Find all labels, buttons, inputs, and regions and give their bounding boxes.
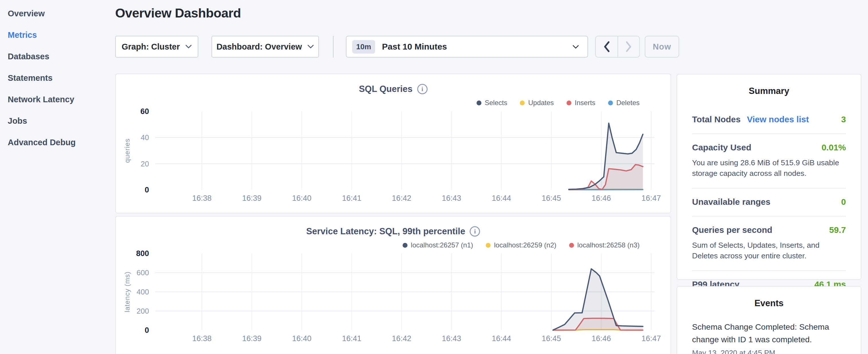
svg-text:16:39: 16:39	[242, 334, 261, 343]
svg-text:16:42: 16:42	[392, 334, 411, 343]
events-panel: Events Schema Change Completed: Schema c…	[677, 286, 861, 354]
event-list-item: Schema Change Completed: Schema change w…	[692, 321, 846, 354]
dashboard-dropdown[interactable]: Dashboard: Overview	[212, 36, 319, 58]
sidebar-item-statements[interactable]: Statements	[8, 67, 109, 89]
qps-value: 59.7	[829, 225, 846, 235]
svg-text:16:47: 16:47	[642, 334, 661, 343]
svg-text:16:44: 16:44	[492, 334, 511, 343]
time-step-buttons	[595, 36, 640, 58]
svg-text:16:45: 16:45	[541, 194, 561, 202]
svg-text:16:40: 16:40	[292, 194, 311, 202]
chevron-down-icon	[307, 44, 314, 49]
graph-scope-dropdown[interactable]: Graph: Cluster	[115, 36, 198, 58]
svg-text:800: 800	[136, 249, 149, 258]
sql-queries-plot[interactable]: 020406016:3816:3916:4016:4116:4216:4316:…	[116, 74, 672, 214]
svg-text:16:46: 16:46	[591, 334, 611, 343]
svg-text:600: 600	[137, 268, 149, 277]
svg-text:400: 400	[137, 288, 149, 296]
event-timestamp: May 13, 2020 at 4:45 PM	[692, 349, 846, 354]
page-title: Overview Dashboard	[115, 6, 241, 21]
svg-text:16:39: 16:39	[242, 194, 261, 202]
summary-row-capacity-used: Capacity Used 0.01% You are using 28.6 M…	[692, 133, 846, 188]
svg-text:16:47: 16:47	[642, 194, 661, 202]
sidebar-item-network-latency[interactable]: Network Latency	[8, 89, 109, 110]
time-forward-button[interactable]	[618, 36, 639, 57]
chevron-down-icon	[185, 44, 192, 49]
sidebar-item-advanced-debug[interactable]: Advanced Debug	[8, 132, 109, 153]
svg-text:0: 0	[145, 326, 149, 334]
summary-row-unavailable-ranges: Unavailable ranges 0	[692, 188, 846, 216]
chevron-left-icon	[603, 41, 610, 53]
dashboard-dropdown-label: Dashboard: Overview	[216, 42, 302, 52]
svg-text:16:45: 16:45	[541, 334, 561, 343]
summary-title: Summary	[692, 86, 846, 96]
sidebar-item-jobs[interactable]: Jobs	[8, 110, 109, 132]
svg-text:20: 20	[141, 160, 149, 168]
chevron-right-icon	[625, 41, 632, 53]
controls-divider	[333, 36, 334, 58]
capacity-used-description: You are using 28.6 MiB of 515.9 GiB usab…	[692, 158, 846, 179]
svg-text:200: 200	[137, 307, 149, 315]
svg-text:0: 0	[145, 186, 149, 194]
svg-text:16:38: 16:38	[192, 334, 212, 343]
summary-row-qps: Queries per second 59.7 Sum of Selects, …	[692, 216, 846, 270]
summary-row-total-nodes: Total Nodes View nodes list 3	[692, 106, 846, 133]
svg-text:16:43: 16:43	[442, 334, 461, 343]
dashboard-controls: Graph: Cluster Dashboard: Overview 10m P…	[0, 36, 868, 58]
view-nodes-list-link[interactable]: View nodes list	[747, 115, 809, 124]
unavailable-ranges-value: 0	[841, 197, 846, 207]
svg-text:16:41: 16:41	[342, 334, 361, 343]
time-range-label: Past 10 Minutes	[382, 42, 572, 52]
svg-text:16:43: 16:43	[442, 194, 461, 202]
svg-text:queries: queries	[123, 138, 131, 163]
time-range-badge: 10m	[352, 40, 375, 54]
time-back-button[interactable]	[596, 36, 618, 57]
svg-text:16:42: 16:42	[392, 194, 411, 202]
summary-panel: Summary Total Nodes View nodes list 3 Ca…	[677, 74, 861, 280]
svg-text:60: 60	[141, 107, 149, 116]
svg-text:latency (ms): latency (ms)	[123, 271, 131, 313]
svg-text:40: 40	[141, 133, 149, 142]
event-text: Schema Change Completed: Schema change w…	[692, 321, 846, 346]
now-button[interactable]: Now	[645, 36, 679, 58]
svg-text:16:41: 16:41	[342, 194, 361, 202]
service-latency-plot[interactable]: 020040060080016:3816:3916:4016:4116:4216…	[116, 217, 672, 354]
svg-text:16:38: 16:38	[192, 194, 212, 202]
capacity-used-value: 0.01%	[822, 142, 846, 152]
sql-queries-chart-card: SQL Queries i Selects Updates Inserts De…	[115, 74, 671, 213]
total-nodes-value: 3	[841, 115, 846, 124]
graph-scope-label: Graph: Cluster	[122, 42, 180, 52]
sidebar-item-overview[interactable]: Overview	[8, 3, 109, 24]
qps-description: Sum of Selects, Updates, Inserts, and De…	[692, 240, 846, 261]
svg-text:16:40: 16:40	[292, 334, 311, 343]
svg-text:16:46: 16:46	[591, 194, 611, 202]
svg-text:16:44: 16:44	[492, 194, 511, 202]
service-latency-chart-card: Service Latency: SQL, 99th percentile i …	[115, 216, 671, 354]
events-title: Events	[692, 298, 846, 309]
chevron-down-icon	[572, 44, 580, 49]
time-range-dropdown[interactable]: 10m Past 10 Minutes	[346, 36, 588, 58]
